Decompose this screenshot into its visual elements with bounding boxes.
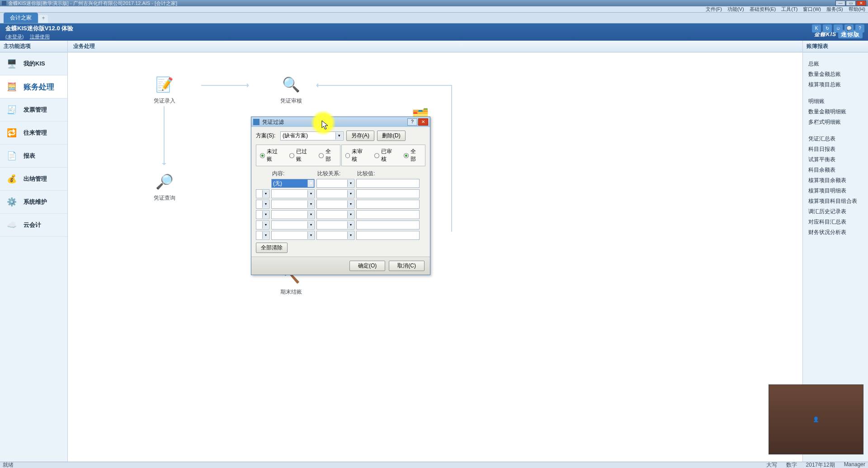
app-icon <box>2 1 6 5</box>
radio-unposted[interactable]: 未过账 <box>260 148 283 163</box>
radio-audited[interactable]: 已审核 <box>374 148 397 163</box>
rp-item[interactable]: 调汇历史记录表 <box>803 206 868 217</box>
filter-relation-select[interactable]: ▾ <box>316 189 354 198</box>
filter-logic-select[interactable]: ▾ <box>256 189 269 198</box>
cloud-icon: ☁️ <box>5 218 19 232</box>
maximize-button[interactable]: ▭ <box>846 0 856 6</box>
filter-value-input[interactable] <box>356 200 420 209</box>
audit-radio-group: 未审核 已审核 全部 <box>341 145 426 166</box>
filter-content-select[interactable]: ▾ <box>271 231 315 240</box>
rp-item[interactable]: 数量金额明细账 <box>803 107 868 117</box>
filter-content-select[interactable]: ▾ <box>271 220 315 229</box>
filter-logic-select[interactable]: ▾ <box>256 200 269 209</box>
filter-relation-select[interactable]: ▾ <box>316 220 354 229</box>
voucher-filter-dialog: 凭证过滤 ? ✕ 方案(S): (缺省方案) ▾ 另存(A) 删除(D) 未过账… <box>251 117 430 275</box>
sidebar-item-system[interactable]: ⚙️ 系统维护 <box>0 191 67 214</box>
radio-unaudited[interactable]: 未审核 <box>345 148 368 163</box>
filter-relation-select[interactable]: ▾ <box>316 210 354 219</box>
delete-button[interactable]: 删除(D) <box>377 131 406 141</box>
filter-value-input[interactable] <box>356 231 420 240</box>
filter-content-select[interactable]: ▾ <box>271 200 315 209</box>
filter-value-input[interactable] <box>356 179 420 188</box>
rp-item[interactable]: 总账 <box>803 59 868 69</box>
sidebar-item-mykis[interactable]: 🖥️ 我的KIS <box>0 52 67 75</box>
radio-all-posting[interactable]: 全部 <box>319 148 336 163</box>
rp-item[interactable]: 核算项目余额表 <box>803 175 868 186</box>
sidebar-item-accounting[interactable]: 🧮 账务处理 <box>0 75 67 98</box>
filter-relation-select[interactable]: ▾ <box>316 200 354 209</box>
filter-value-input[interactable] <box>356 210 420 219</box>
menu-function[interactable]: 功能(V) <box>725 6 747 13</box>
menu-file[interactable]: 文件(F) <box>703 6 725 13</box>
dialog-close-button[interactable]: ✕ <box>418 118 428 126</box>
cancel-button[interactable]: 取消(C) <box>389 261 425 271</box>
filter-relation-select[interactable]: ▾ <box>316 231 354 240</box>
dialog-help-button[interactable]: ? <box>407 118 417 126</box>
rp-item[interactable]: 明细账 <box>803 96 868 107</box>
sidebar-item-cloud[interactable]: ☁️ 云会计 <box>0 214 67 237</box>
rp-item[interactable]: 核算项目明细表 <box>803 186 868 196</box>
rp-item[interactable]: 对应科目汇总表 <box>803 217 868 227</box>
sidebar-item-invoice[interactable]: 🧾 发票管理 <box>0 98 67 122</box>
rp-item[interactable]: 试算平衡表 <box>803 154 868 165</box>
filter-relation-select[interactable]: ▾ <box>316 179 354 188</box>
scheme-select[interactable]: (缺省方案) ▾ <box>280 131 344 140</box>
window-title: 金蝶KIS迷你版[教学演示版] - 广州古兴化纤有限公司2017.12.AIS … <box>8 0 177 7</box>
tray-icon-3[interactable]: ☺ <box>834 24 843 33</box>
rp-item[interactable]: 科目余额表 <box>803 165 868 175</box>
node-voucher-query[interactable]: 🔎 凭证查询 <box>154 172 175 202</box>
filter-row-6: ▾ ▾ ▾ <box>256 231 425 240</box>
tab-home[interactable]: 会计之家 <box>4 13 38 23</box>
menu-service[interactable]: 服务(S) <box>824 6 846 13</box>
tab-add-button[interactable]: + <box>39 15 48 23</box>
status-text: 就绪 <box>3 461 14 468</box>
tab-bar: 会计之家 + <box>0 13 868 23</box>
menu-window[interactable]: 窗口(W) <box>800 6 824 13</box>
login-link[interactable]: (未登录) <box>5 34 24 39</box>
chevron-down-icon: ▾ <box>335 132 343 140</box>
radio-all-audit[interactable]: 全部 <box>404 148 421 163</box>
menu-bar: 文件(F) 功能(V) 基础资料(E) 工具(T) 窗口(W) 服务(S) 帮助… <box>0 6 868 13</box>
clear-all-button[interactable]: 全部清除 <box>256 243 288 253</box>
rp-item[interactable]: 数量金额总账 <box>803 69 868 80</box>
sidebar-item-report[interactable]: 📄 报表 <box>0 145 67 168</box>
filter-content-select[interactable]: (无)▾ <box>271 179 315 188</box>
filter-logic-select[interactable]: ▾ <box>256 231 269 240</box>
saveas-button[interactable]: 另存(A) <box>346 131 374 141</box>
tray-icon-4[interactable]: 💬 <box>844 24 854 33</box>
node-voucher-entry[interactable]: 📝 凭证录入 <box>154 75 175 105</box>
calculator-icon: 🧮 <box>5 80 19 94</box>
register-link[interactable]: 注册使用 <box>30 34 50 39</box>
main-area: 主功能选项 🖥️ 我的KIS 🧮 账务处理 🧾 发票管理 🔁 往来管理 📄 报表… <box>0 41 868 462</box>
pencil-icon: 📝 <box>155 75 175 94</box>
rp-item[interactable]: 多栏式明细账 <box>803 117 868 127</box>
tray-icon-5[interactable]: ? <box>855 24 864 33</box>
radio-posted[interactable]: 已过账 <box>289 148 312 163</box>
sidebar-item-receivables[interactable]: 🔁 往来管理 <box>0 122 67 145</box>
rp-item[interactable]: 科目日报表 <box>803 144 868 154</box>
minimize-button[interactable]: — <box>835 0 845 6</box>
close-button[interactable]: ✕ <box>856 0 866 6</box>
menu-basedata[interactable]: 基础资料(E) <box>747 6 779 13</box>
rp-item[interactable]: 财务状况分析表 <box>803 227 868 238</box>
rp-item[interactable]: 凭证汇总表 <box>803 134 868 144</box>
filter-value-input[interactable] <box>356 220 420 229</box>
tray-icon-2[interactable]: ↻ <box>823 24 832 33</box>
menu-tools[interactable]: 工具(T) <box>778 6 800 13</box>
tray-icon-1[interactable]: K <box>812 24 821 33</box>
sidebar-item-cashier[interactable]: 💰 出纳管理 <box>0 168 67 191</box>
header-icon-tray: K ↻ ☺ 💬 ? <box>812 24 864 33</box>
filter-logic-select[interactable]: ▾ <box>256 210 269 219</box>
dialog-icon <box>253 119 259 125</box>
rp-item[interactable]: 核算项目总账 <box>803 80 868 90</box>
filter-content-select[interactable]: ▾ <box>271 189 315 198</box>
monitor-icon: 🖥️ <box>5 57 19 70</box>
dialog-titlebar[interactable]: 凭证过滤 ? ✕ <box>251 117 430 127</box>
filter-value-input[interactable] <box>356 189 420 198</box>
filter-logic-select[interactable]: ▾ <box>256 220 269 229</box>
ok-button[interactable]: 确定(O) <box>349 261 385 271</box>
rp-item[interactable]: 核算项目科目组合表 <box>803 196 868 206</box>
menu-help[interactable]: 帮助(H) <box>846 6 868 13</box>
filter-content-select[interactable]: ▾ <box>271 210 315 219</box>
node-voucher-audit[interactable]: 🔍 凭证审核 <box>280 75 302 105</box>
